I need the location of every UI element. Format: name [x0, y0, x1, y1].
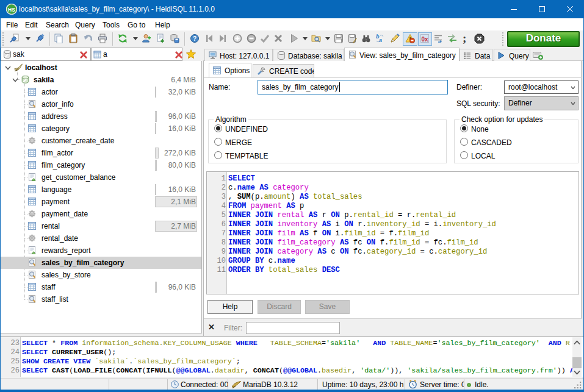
svg-text:HS: HS — [8, 7, 15, 13]
svg-text:a: a — [379, 37, 382, 43]
svg-text:0x: 0x — [421, 36, 428, 43]
svg-text:?: ? — [193, 35, 196, 42]
